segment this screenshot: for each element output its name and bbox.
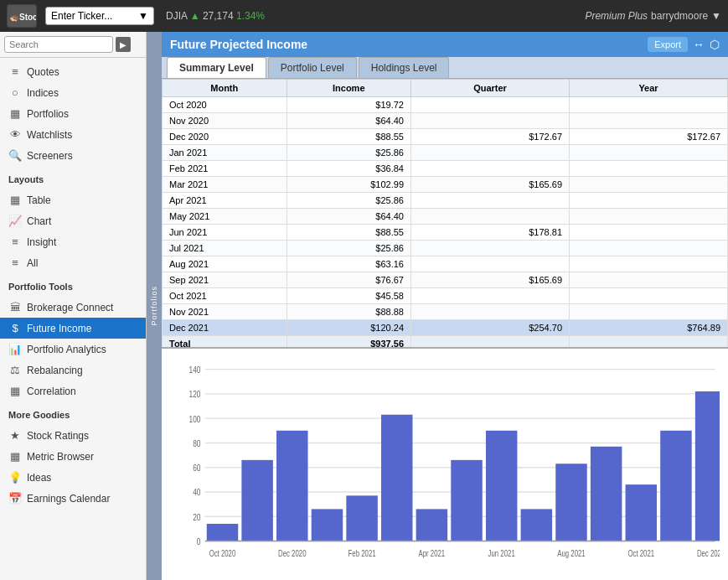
table-cell-month: Sep 2021 <box>163 272 287 288</box>
panels-tab[interactable]: Portfolios <box>147 32 162 580</box>
nav-label-chart: Chart <box>27 215 51 227</box>
portfolios-icon: ▦ <box>8 107 22 120</box>
username: barrydmoore <box>651 10 708 22</box>
account-tier: Premium Plus <box>585 10 648 22</box>
nav-label-all: All <box>27 257 38 269</box>
table-cell-quarter <box>411 288 570 304</box>
bar-oct2021 <box>626 484 657 541</box>
table-cell-month: Feb 2021 <box>163 161 287 177</box>
nav-item-all[interactable]: ≡ All <box>0 252 146 273</box>
table-row: Feb 2021$36.84 <box>163 161 728 177</box>
nav-label-watchlists: Watchlists <box>27 129 72 141</box>
nav-item-indices[interactable]: ○ Indices <box>0 82 146 103</box>
chart-icon: 📈 <box>8 215 22 227</box>
table-cell-income: $45.58 <box>287 288 411 304</box>
bar-aug2021 <box>555 463 586 541</box>
table-icon: ▦ <box>8 194 22 206</box>
tab-portfolio-level[interactable]: Portfolio Level <box>268 57 357 78</box>
table-cell-quarter <box>411 113 570 129</box>
table-row: Mar 2021$102.99$165.69 <box>163 177 728 193</box>
nav-item-table[interactable]: ▦ Table <box>0 189 146 210</box>
topbar: 🦔StockRover Enter Ticker... ▼ DJIA ▲ 27,… <box>0 0 728 32</box>
brokerage-icon: 🏛 <box>8 301 22 313</box>
ticker-dropdown-icon: ▼ <box>138 10 148 22</box>
table-cell-income: $88.55 <box>287 129 411 145</box>
col-header-month: Month <box>163 80 287 97</box>
tab-holdings-level[interactable]: Holdings Level <box>359 57 450 78</box>
layouts-label: Layouts <box>0 169 146 186</box>
nav-label-rebalancing: Rebalancing <box>27 365 83 376</box>
nav-item-metric-browser[interactable]: ▦ Metric Browser <box>0 446 146 467</box>
table-cell-income: $120.24 <box>287 320 411 336</box>
popout-icon[interactable]: ⬡ <box>710 38 720 51</box>
nav-item-stock-ratings[interactable]: ★ Stock Ratings <box>0 425 146 446</box>
svg-text:120: 120 <box>189 389 201 400</box>
table-cell-month: Dec 2021 <box>163 320 287 336</box>
insight-icon: ≡ <box>8 236 22 248</box>
nav-item-quotes[interactable]: ≡ Quotes <box>0 61 146 82</box>
table-cell-year: $172.67 <box>570 129 728 145</box>
stock-ratings-icon: ★ <box>8 429 22 442</box>
table-cell-quarter <box>411 304 570 320</box>
indices-icon: ○ <box>8 86 22 99</box>
table-cell-income: $76.67 <box>287 272 411 288</box>
nav-item-ideas[interactable]: 💡 Ideas <box>0 467 146 488</box>
table-row: Oct 2021$45.58 <box>163 288 728 304</box>
nav-item-rebalancing[interactable]: ⚖ Rebalancing <box>0 360 146 381</box>
search-input[interactable] <box>4 36 113 53</box>
table-cell-income: $937.56 <box>287 336 411 348</box>
col-header-quarter: Quarter <box>411 80 570 97</box>
search-arrow-button[interactable]: ▶ <box>116 37 131 52</box>
nav-item-watchlists[interactable]: 👁 Watchlists <box>0 124 146 145</box>
svg-text:Apr 2021: Apr 2021 <box>419 548 446 559</box>
table-cell-month: Aug 2021 <box>163 256 287 272</box>
nav-item-screeners[interactable]: 🔍 Screeners <box>0 145 146 166</box>
portfolio-tools-nav: 🏛 Brokerage Connect $ Future Income 📊 Po… <box>0 293 146 405</box>
account-dropdown-icon[interactable]: ▼ <box>711 10 721 22</box>
panel-header: Future Projected Income Export ↔ ⬡ <box>162 32 728 57</box>
metric-browser-icon: ▦ <box>8 450 22 463</box>
table-row: Dec 2021$120.24$254.70$764.89 <box>163 320 728 336</box>
nav-item-chart[interactable]: 📈 Chart <box>0 210 146 231</box>
table-cell-income: $88.55 <box>287 225 411 241</box>
nav-label-insight: Insight <box>27 236 56 248</box>
nav-item-insight[interactable]: ≡ Insight <box>0 231 146 252</box>
account-info: Premium Plus barrydmoore ▼ <box>585 10 721 22</box>
nav-item-earnings-calendar[interactable]: 📅 Earnings Calendar <box>0 488 146 509</box>
nav-item-brokerage[interactable]: 🏛 Brokerage Connect <box>0 297 146 318</box>
table-cell-month: Total <box>163 336 287 348</box>
sidebar: ▶ ≡ Quotes ○ Indices ▦ Portfolios 👁 Watc… <box>0 32 147 580</box>
correlation-icon: ▦ <box>8 385 22 397</box>
nav-item-portfolio-analytics[interactable]: 📊 Portfolio Analytics <box>0 339 146 360</box>
table-cell-quarter <box>411 241 570 256</box>
table-cell-income: $64.40 <box>287 113 411 129</box>
table-cell-year <box>570 209 728 225</box>
ticker-input[interactable]: Enter Ticker... ▼ <box>45 7 154 25</box>
nav-label-portfolios: Portfolios <box>27 108 69 120</box>
nav-item-portfolios[interactable]: ▦ Portfolios <box>0 103 146 124</box>
bar-chart: 140 120 100 80 60 40 20 0 <box>170 357 720 572</box>
watchlists-icon: 👁 <box>8 128 22 141</box>
svg-text:Aug 2021: Aug 2021 <box>557 548 585 559</box>
content-area: Portfolios Future Projected Income Expor… <box>147 32 728 580</box>
svg-text:40: 40 <box>193 487 201 498</box>
table-cell-year <box>570 177 728 193</box>
nav-item-future-income[interactable]: $ Future Income <box>0 318 146 339</box>
table-cell-month: Mar 2021 <box>163 177 287 193</box>
bar-jul2021 <box>521 509 552 541</box>
nav-item-correlation[interactable]: ▦ Correlation <box>0 381 146 401</box>
table-cell-quarter <box>411 336 570 348</box>
nav-label-correlation: Correlation <box>27 386 76 397</box>
tab-summary-level[interactable]: Summary Level <box>167 57 266 78</box>
table-cell-month: Nov 2021 <box>163 304 287 320</box>
table-cell-quarter: $165.69 <box>411 272 570 288</box>
table-cell-quarter <box>411 161 570 177</box>
nav-label-ideas: Ideas <box>27 472 51 484</box>
bar-mar2021 <box>381 415 412 541</box>
expand-icon[interactable]: ↔ <box>693 38 705 51</box>
main-panel: Future Projected Income Export ↔ ⬡ Summa… <box>162 32 728 580</box>
bar-dec2020 <box>276 431 307 541</box>
table-cell-quarter <box>411 256 570 272</box>
export-button[interactable]: Export <box>648 37 688 52</box>
table-cell-income: $19.72 <box>287 97 411 113</box>
